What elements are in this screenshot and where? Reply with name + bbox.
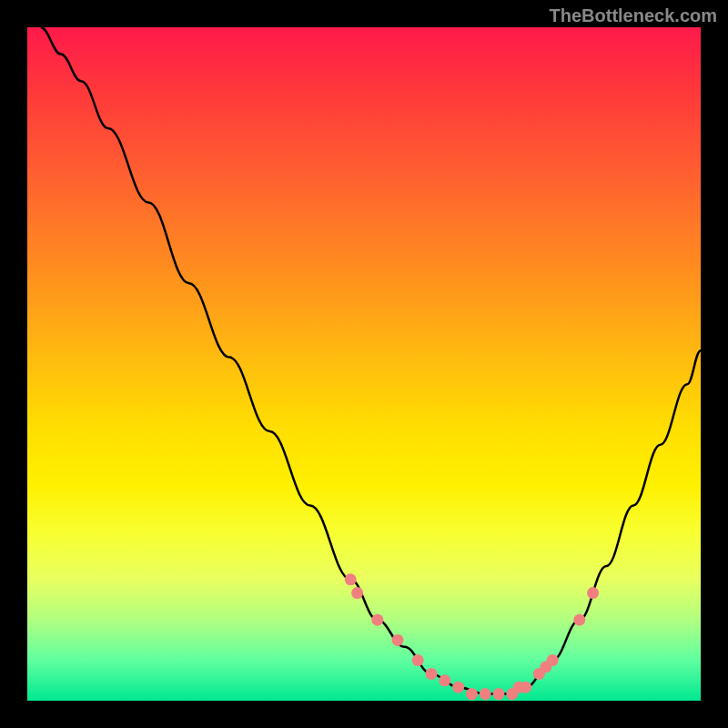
data-marker [520,682,531,693]
data-marker [412,654,424,666]
data-markers [345,573,599,700]
data-marker [480,688,491,700]
data-marker [452,682,464,693]
data-marker [392,634,404,646]
data-marker [371,614,383,626]
data-marker [439,674,450,686]
data-marker [493,688,505,700]
data-marker [587,587,599,599]
data-marker [466,688,478,700]
chart-svg [27,27,701,701]
data-marker [351,587,363,599]
bottleneck-curve [41,27,701,694]
data-marker [345,573,357,585]
data-marker [573,614,585,626]
chart-plot-area [27,27,701,701]
data-marker [426,668,438,680]
data-marker [547,654,559,666]
watermark-text: TheBottleneck.com [550,5,717,26]
